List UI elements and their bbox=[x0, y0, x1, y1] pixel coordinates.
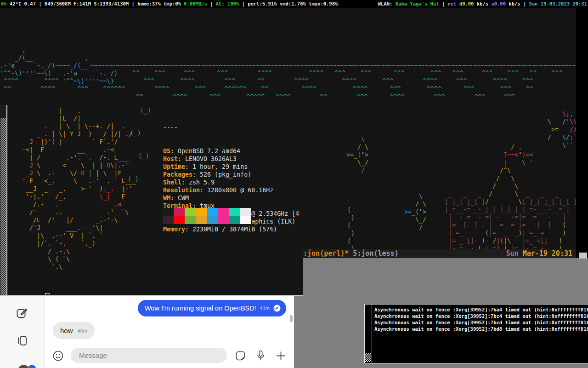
palette-swatch bbox=[218, 216, 229, 224]
ascii-castle: / , T~~<')=< | \ ' /^\ / \ / \ _ _ _ / \… bbox=[434, 135, 576, 249]
ascii-art-row: , bbox=[0, 46, 125, 54]
text-segment: '-F -<_. \ .-' .-' L___ bbox=[7, 178, 136, 184]
message-time: 41m bbox=[260, 305, 270, 311]
info-label: OS bbox=[163, 148, 170, 155]
scrollbar-separator bbox=[372, 305, 372, 363]
ascii-art-row: \ bbox=[404, 192, 426, 200]
ascii-art-row: ( bbox=[347, 206, 355, 214]
text-segment: >=_ bbox=[404, 208, 415, 215]
ascii-art-row: | . bbox=[7, 107, 136, 115]
chat-scrollbar-thumb[interactable] bbox=[290, 315, 293, 322]
text-segment: | perl:5.91% vmd:1.76% tmux:0.98% bbox=[239, 1, 338, 6]
air-bubble: (_) bbox=[128, 176, 139, 183]
tmux-clock: Sun Mar-19 20:31 bbox=[506, 249, 573, 258]
ascii-art-row: . | \ _| \--+._/| . bbox=[7, 122, 136, 130]
text-segment: | = bbox=[481, 245, 496, 249]
text-segment: u0.00 bbox=[491, 1, 506, 6]
text-segment bbox=[514, 144, 518, 150]
text-segment: ~~~~ bbox=[55, 62, 70, 69]
message-input[interactable]: Message bbox=[71, 348, 227, 363]
text-segment: | | bbox=[496, 245, 507, 249]
text-segment bbox=[434, 198, 445, 205]
palette-swatch bbox=[196, 216, 207, 224]
info-label: Packages bbox=[163, 171, 192, 178]
text-segment: ._. bbox=[103, 185, 114, 192]
text-segment: F bbox=[110, 193, 125, 200]
text-segment: | =_ - bbox=[448, 230, 485, 236]
xterm-scrollbar-thumb[interactable] bbox=[0, 118, 6, 295]
info-label: Shell bbox=[163, 179, 181, 186]
emoji-icon[interactable] bbox=[52, 350, 64, 362]
ascii-art-row: >=_('> bbox=[346, 151, 368, 159]
sticker-icon[interactable] bbox=[235, 350, 246, 362]
ascii-art-row: ^^^ ^^^^ ^^^ ^^ ^^^^ ^^^^ ^^^ ^^^^ ^^^ ^… bbox=[132, 77, 563, 85]
signal-app-window[interactable]: Wow I'm running signal on OpenBSD! 41m h… bbox=[0, 296, 294, 368]
shell-prompt[interactable]: ◆ [~] bbox=[7, 285, 50, 296]
neofetch-info-row: Shell: zsh 5.9 bbox=[163, 178, 299, 186]
text-segment bbox=[434, 245, 448, 249]
palette-swatch bbox=[163, 208, 174, 216]
ascii-art-row: | / .-'. `. /-. L___ bbox=[7, 154, 136, 161]
microphone-icon[interactable] bbox=[255, 350, 266, 361]
info-value: zsh 5.9 bbox=[189, 179, 215, 186]
info-colon: : bbox=[185, 163, 192, 170]
root-widget-square bbox=[579, 253, 587, 259]
info-value: LENOVO 3626AL3 bbox=[185, 155, 237, 162]
neofetch-info-row: WM: CWM bbox=[163, 194, 299, 202]
info-value: 588x368 @ 60.16Hz bbox=[207, 187, 273, 194]
text-segment: ) bbox=[522, 151, 526, 158]
text-segment: ^^ ^^^^ ^^^ ^^^^^^ bbox=[0, 86, 125, 92]
text-segment: d0.00 bbox=[459, 1, 474, 6]
ascii-art-row: _J \ .- \/ O | | \ |F bbox=[7, 169, 136, 177]
info-value: 2230MiB / 3874MiB (57%) bbox=[192, 226, 277, 233]
text-segment: ^^^^ ^^^^ bbox=[0, 78, 62, 85]
text-segment: =< bbox=[526, 151, 533, 158]
text-segment: |L /| bbox=[7, 115, 81, 122]
text-segment: | =_ = - bbox=[522, 230, 562, 236]
text-segment: |/`. `-. `._) bbox=[7, 240, 96, 247]
ascii-seaweed: ( )( )( )( bbox=[347, 206, 355, 249]
palette-swatch bbox=[218, 208, 229, 216]
tmux-window-list[interactable]: :jon(perl)* 5:jon(less) bbox=[303, 249, 399, 258]
neofetch-underline: ---- bbox=[163, 124, 299, 132]
text-segment: /' .. .' `\ bbox=[7, 209, 129, 216]
neofetch-info-row: OS: OpenBSD 7.2 amd64 bbox=[163, 147, 299, 155]
compose-icon[interactable] bbox=[16, 307, 28, 319]
palette-swatch bbox=[185, 216, 196, 224]
info-value: OpenBSD 7.2 amd64 bbox=[178, 148, 240, 155]
attach-plus-icon[interactable] bbox=[275, 350, 287, 362]
text-segment: O bbox=[81, 170, 85, 177]
text-segment: |= -[ ] - | =_ = |=_ -[ ] bbox=[448, 222, 562, 229]
text-segment: /-. L___ bbox=[92, 154, 129, 161]
text-segment: kb/s bbox=[506, 1, 520, 6]
text-segment: | bbox=[503, 159, 507, 166]
text-segment bbox=[434, 214, 448, 221]
text-segment: / bbox=[404, 224, 423, 231]
text-segment: |\ .--' V | `. ` bbox=[7, 232, 103, 239]
text-segment: \\ bbox=[570, 118, 576, 125]
ascii-art-row: / .-.\ bbox=[7, 247, 136, 255]
palette-swatch bbox=[185, 208, 196, 216]
xterm-scrollbar-thumb[interactable] bbox=[365, 353, 371, 362]
text-segment: / \ bbox=[434, 175, 514, 182]
text-segment: / \ bbox=[404, 201, 426, 207]
text-segment: | bbox=[520, 1, 529, 6]
text-segment: >= bbox=[548, 126, 559, 133]
neofetch-terminal-window[interactable]: | . |L /| . | \ _| \--+._/| . _ . | \| Y… bbox=[0, 105, 303, 296]
ascii-art-row: |_=__-=__-_|_[ ]_[ ]_|_=-___-__=_| bbox=[434, 206, 576, 213]
xterm-scrollbar-track[interactable] bbox=[365, 305, 372, 363]
text-segment: _ _ _ bbox=[448, 190, 489, 197]
incoming-message-bubble[interactable]: how 40m bbox=[53, 322, 95, 339]
palette-swatch bbox=[229, 208, 240, 216]
xterm-log-window[interactable]: Asynchronous wait on fence :Xorg[39952]:… bbox=[364, 304, 588, 363]
text-segment: ( bbox=[347, 207, 351, 213]
xterm-scrollbar-track[interactable] bbox=[0, 105, 6, 295]
text-segment: ) bbox=[347, 214, 355, 221]
text-segment: ) bbox=[481, 237, 485, 244]
text-segment: / \ bbox=[434, 183, 518, 190]
text-segment: | / .-' bbox=[7, 154, 77, 161]
stories-icon[interactable] bbox=[16, 334, 28, 346]
read-receipt-icon bbox=[273, 305, 281, 312]
outgoing-message-bubble[interactable]: Wow I'm running signal on OpenBSD! 41m bbox=[138, 300, 286, 316]
ascii-art-row: |- =_ - ( | =| | )= |- = - ) bbox=[434, 245, 576, 249]
